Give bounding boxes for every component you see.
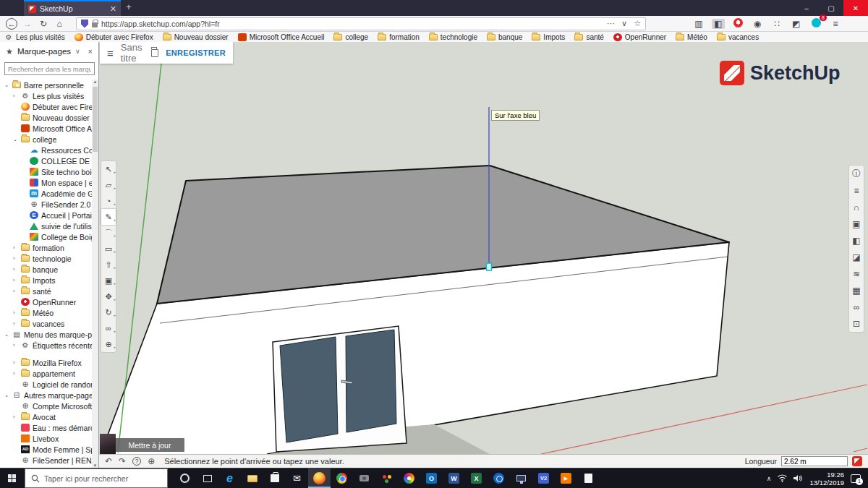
tree-item-les-plus-visit-s[interactable]: ›⚙Les plus visités — [0, 90, 93, 101]
tree-item-avocat[interactable]: ›Avocat — [0, 411, 93, 422]
wifi-icon[interactable] — [778, 474, 787, 482]
sidebar-close-icon[interactable]: × — [88, 47, 93, 56]
offset-tool[interactable]: ▣▸ — [101, 273, 116, 288]
3d-scene[interactable] — [99, 42, 868, 454]
scroll-up-icon[interactable]: ▲ — [92, 80, 98, 84]
tree-item-banque[interactable]: ›banque — [0, 264, 93, 275]
expander-icon[interactable]: › — [13, 370, 18, 377]
orbit-tool[interactable]: ⊕▸ — [101, 336, 116, 352]
tree-item-livebox[interactable]: Livebox — [0, 433, 93, 444]
microsoft-store-taskbar-icon[interactable] — [263, 468, 286, 488]
pinwheel-app-taskbar-icon[interactable] — [398, 468, 420, 488]
profile-icon[interactable]: ◉ — [751, 19, 764, 29]
select-tool[interactable]: ↖▸ — [101, 161, 116, 177]
new-tab-button[interactable]: + — [126, 1, 132, 12]
save-button[interactable]: ENREGISTRER — [166, 48, 226, 57]
expander-icon[interactable]: › — [13, 342, 18, 348]
tree-item-logiciel-de-randonn-e-grat[interactable]: ⊕Logiciel de randonnée grat — [0, 379, 93, 390]
tree-item-appartement[interactable]: ›appartement — [0, 368, 93, 379]
layers-panel-icon[interactable]: ≋ — [849, 265, 864, 282]
scroll-down-icon[interactable]: ▼ — [92, 463, 98, 468]
media-player-taskbar-icon[interactable]: ▶ — [555, 468, 577, 488]
expander-icon[interactable]: › — [13, 414, 18, 420]
forward-icon[interactable]: → — [20, 19, 35, 29]
tree-item-compte-microsoft-accuei[interactable]: ⊕Compte Microsoft | Accuei — [0, 401, 93, 411]
push-pull-tool[interactable]: ⇧▸ — [101, 257, 116, 273]
expander-icon[interactable]: › — [13, 255, 18, 262]
cortana-taskbar-icon[interactable] — [174, 468, 196, 488]
bookmark-vacances[interactable]: vacances — [717, 33, 759, 41]
tree-item-microsoft-office-accueil[interactable]: Microsoft Office Accueil — [0, 123, 93, 134]
tree-item-formation[interactable]: ›formation — [0, 242, 93, 253]
scenes-panel-icon[interactable]: ▦ — [849, 282, 864, 299]
expander-icon[interactable]: › — [13, 288, 18, 294]
expander-icon[interactable]: ⌄ — [4, 392, 9, 398]
expander-icon[interactable]: › — [13, 244, 18, 251]
tree-item-barre-personnelle[interactable]: ⌄Barre personnelle — [0, 80, 93, 90]
library-icon[interactable]: ▥ — [692, 19, 705, 29]
window-maximize-button[interactable]: ▢ — [819, 0, 843, 16]
antivirus-extension-icon[interactable] — [731, 18, 744, 30]
sidebar-title[interactable]: Marque-pages — [17, 47, 71, 56]
bookmark-sant[interactable]: santé — [574, 33, 603, 41]
tree-item-college[interactable]: ⌄college — [0, 134, 93, 145]
remote-desktop-taskbar-icon[interactable] — [510, 468, 532, 488]
expander-icon[interactable]: › — [13, 266, 18, 273]
measurement-input[interactable] — [781, 456, 848, 466]
tree-item-nouveau-dossier[interactable]: Nouveau dossier — [0, 112, 93, 123]
arc-tool[interactable]: ⌒▸ — [101, 225, 116, 241]
tree-item-openrunner[interactable]: OpenRunner — [0, 296, 93, 307]
expander-icon[interactable]: › — [13, 277, 18, 283]
tree-item-eau-mes-d-marches-en-lig[interactable]: Eau : mes démarches en lig — [0, 422, 93, 433]
pocket-icon[interactable]: ∨ — [621, 19, 627, 28]
tree-item-vacances[interactable]: ›vacances — [0, 318, 93, 329]
file-explorer-taskbar-icon[interactable] — [241, 468, 263, 488]
bookmark-nouveau-dossier[interactable]: Nouveau dossier — [163, 33, 229, 41]
tree-item-college-de-boigne-p[interactable]: COLLEGE DE BOIGNE - P — [0, 155, 93, 166]
tree-item-college-de-boigne[interactable]: College de Boigne — [0, 231, 93, 242]
tab-close-icon[interactable]: ✕ — [110, 4, 116, 14]
sidebar-toggle-icon[interactable]: ◧ — [712, 19, 725, 29]
rotate-tool[interactable]: ↻▸ — [101, 304, 116, 320]
tree-item-mon-espace-ensap-gou[interactable]: Mon espace | ensap.gou — [0, 177, 93, 188]
start-button[interactable] — [0, 468, 25, 488]
notification-extension-icon[interactable]: 8 — [809, 18, 822, 30]
tree-item-technologie[interactable]: ›technologie — [0, 253, 93, 264]
bookmark-college[interactable]: college — [333, 33, 368, 41]
hamburger-menu-icon[interactable]: ≡ — [829, 19, 842, 29]
tree-item-filesender-renater[interactable]: ⊕FileSender | RENATER — [0, 455, 93, 466]
sidebar-scrollbar[interactable]: ▲ ▼ — [92, 80, 98, 468]
app-menu-icon[interactable]: ≡ — [107, 47, 114, 59]
outlook-taskbar-icon[interactable]: O — [420, 468, 443, 488]
instructor-panel-icon[interactable]: ∩ — [849, 199, 864, 215]
expander-icon[interactable]: ⌄ — [4, 82, 9, 88]
tree-item-menu-des-marque-pages[interactable]: ⌄▤Menu des marque-pages — [0, 329, 93, 340]
chrome-taskbar-icon[interactable] — [331, 468, 353, 488]
blue-circle-app-taskbar-icon[interactable] — [488, 468, 510, 488]
materials-panel-icon[interactable]: ◧ — [849, 232, 864, 249]
page-actions-icon[interactable]: ⋯ — [607, 19, 615, 28]
eraser-tool[interactable]: ▱▸ — [101, 177, 116, 193]
rectangle-tool[interactable]: ▭▸ — [101, 241, 116, 257]
bookmark-microsoft-office-accueil[interactable]: Microsoft Office Accueil — [238, 33, 325, 41]
bookmark-star-icon[interactable]: ☆ — [634, 19, 641, 28]
notification-center-icon[interactable]: 1 — [851, 474, 861, 483]
expander-icon[interactable]: ⌄ — [4, 331, 9, 338]
back-icon[interactable]: ← — [6, 18, 17, 30]
views-panel-icon[interactable]: ⊡ — [849, 315, 864, 332]
bookmark-les-plus-visit-s[interactable]: ⚙Les plus visités — [4, 33, 65, 41]
volume-icon[interactable] — [793, 474, 803, 482]
browser-tab-sketchup[interactable]: SketchUp ✕ — [24, 0, 121, 16]
tray-chevron-icon[interactable]: ∧ — [767, 475, 772, 482]
sketchup-viewport[interactable]: ≡ Sans titre ENREGISTRER SketchUp ↖▸▱▸◔▸… — [99, 42, 868, 468]
home-icon[interactable]: ⌂ — [51, 19, 67, 29]
bookmarks-search-input[interactable] — [4, 62, 95, 75]
line-tool[interactable]: ✎▸ — [101, 209, 116, 225]
language-globe-icon[interactable]: ⊕ — [148, 456, 155, 466]
tree-item-autres-marque-pages[interactable]: ⌄⊟Autres marque-pages — [0, 390, 93, 401]
tree-item-ressources-contractuels[interactable]: ☁Ressources Contractuels — [0, 145, 93, 155]
notes-app-taskbar-icon[interactable] — [577, 468, 600, 488]
reload-icon[interactable]: ↻ — [35, 19, 51, 29]
undo-icon[interactable]: ↶ — [105, 456, 112, 466]
help-icon[interactable]: ? — [132, 457, 141, 466]
